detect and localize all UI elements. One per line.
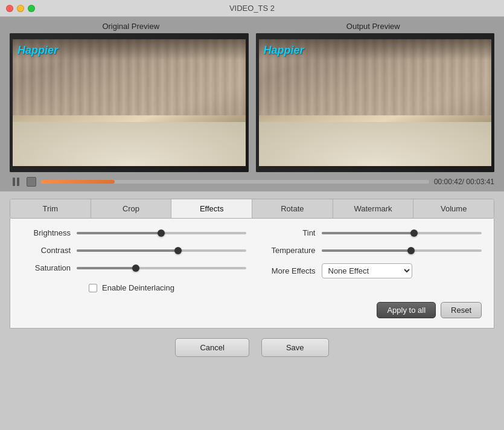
brightness-label: Brightness [22, 228, 71, 237]
more-effects-label: More Effects [258, 266, 316, 275]
tint-slider[interactable] [322, 232, 482, 234]
saturation-row: Saturation [22, 263, 246, 272]
original-preview[interactable]: Happier [10, 33, 249, 172]
saturation-slider[interactable] [77, 267, 246, 269]
more-effects-select[interactable]: None Effect Old Film Grayscale Sepia Inv… [322, 263, 412, 278]
time-display: 00:00:42/ 00:03:41 [434, 178, 494, 186]
pause-icon [13, 178, 15, 186]
pause-icon-2 [17, 178, 19, 186]
temperature-row: Temperature [258, 246, 482, 255]
tab-crop[interactable]: Crop [91, 199, 172, 218]
maximize-button[interactable] [28, 5, 35, 12]
window-controls [6, 5, 35, 12]
playback-bar: 00:00:42/ 00:03:41 [0, 172, 504, 191]
saturation-label: Saturation [22, 263, 71, 272]
reset-button[interactable]: Reset [441, 302, 482, 318]
tint-row: Tint [258, 228, 482, 237]
contrast-row: Contrast [22, 246, 246, 255]
titlebar: VIDEO_TS 2 [0, 0, 504, 17]
footer: Cancel Save [0, 329, 504, 367]
temperature-slider[interactable] [322, 249, 482, 252]
panel-buttons: Apply to all Reset [22, 302, 482, 318]
tabs-row: Trim Crop Effects Rotate Watermark Volum… [10, 199, 494, 219]
effects-right-col: Tint Temperature More Effects None Effec… [258, 228, 482, 278]
pause-button[interactable] [10, 176, 22, 188]
temperature-label: Temperature [258, 246, 316, 255]
previews-container: Happier Happier [10, 33, 494, 172]
apply-to-all-button[interactable]: Apply to all [377, 302, 436, 318]
output-preview[interactable]: Happier [256, 33, 495, 172]
tab-volume[interactable]: Volume [413, 199, 494, 218]
tab-watermark[interactable]: Watermark [333, 199, 414, 218]
tab-effects[interactable]: Effects [171, 199, 252, 218]
current-time: 00:00:42 [434, 178, 462, 186]
more-effects-row: More Effects None Effect Old Film Graysc… [258, 263, 482, 278]
deinterlace-checkbox[interactable] [89, 284, 97, 292]
tint-label: Tint [258, 228, 316, 237]
brightness-slider[interactable] [77, 232, 246, 234]
preview-section: Original Preview Output Preview Happier [0, 17, 504, 172]
total-time: 00:03:41 [466, 178, 494, 186]
tabs-section: Trim Crop Effects Rotate Watermark Volum… [0, 191, 504, 219]
deinterlace-row: Enable Deinterlacing [22, 283, 482, 292]
contrast-label: Contrast [22, 246, 71, 255]
effects-grid: Brightness Contrast Saturation [22, 228, 482, 278]
preview-labels: Original Preview Output Preview [10, 22, 494, 31]
close-button[interactable] [6, 5, 13, 12]
stop-button[interactable] [27, 177, 36, 187]
cancel-button[interactable]: Cancel [175, 338, 249, 357]
progress-fill [41, 180, 115, 184]
minimize-button[interactable] [17, 5, 24, 12]
effects-left-col: Brightness Contrast Saturation [22, 228, 246, 278]
effects-panel: Brightness Contrast Saturation [10, 219, 494, 329]
brightness-row: Brightness [22, 228, 246, 237]
output-preview-label: Output Preview [252, 22, 495, 31]
tab-trim[interactable]: Trim [10, 199, 91, 218]
save-button[interactable]: Save [261, 338, 329, 357]
output-watermark: Happier [264, 44, 304, 57]
progress-bar[interactable] [41, 180, 429, 184]
original-preview-label: Original Preview [10, 22, 252, 31]
deinterlace-label: Enable Deinterlacing [102, 283, 174, 292]
contrast-slider[interactable] [77, 249, 246, 252]
original-watermark: Happier [18, 44, 58, 57]
tab-rotate[interactable]: Rotate [252, 199, 333, 218]
window-title: VIDEO_TS 2 [229, 4, 275, 13]
